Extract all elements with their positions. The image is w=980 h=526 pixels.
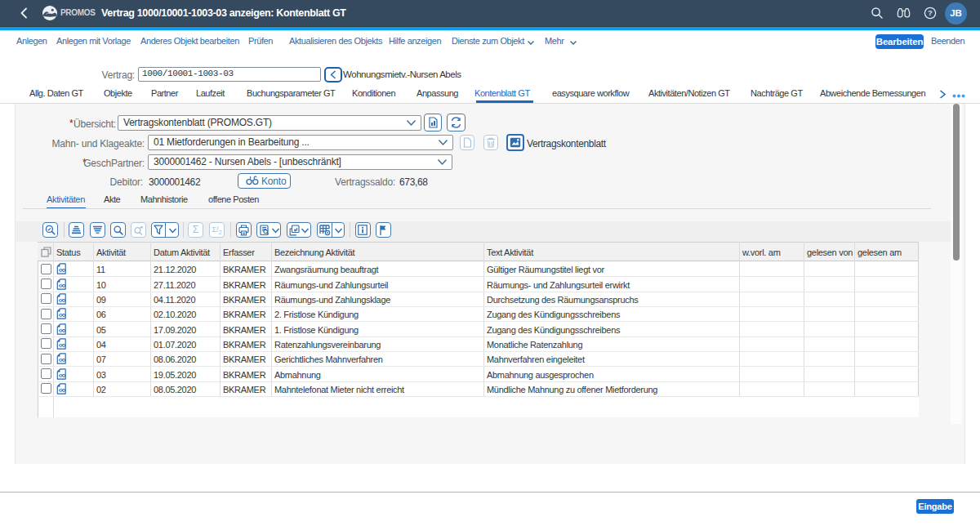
svg-text:?: ? — [928, 8, 933, 17]
